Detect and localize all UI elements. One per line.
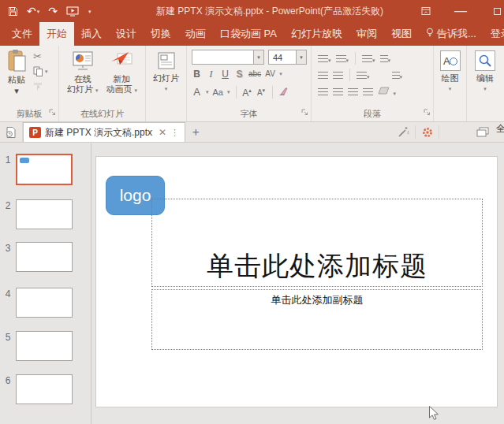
character-spacing-dropdown-icon[interactable]: ▾ [279, 71, 282, 77]
tab-tell-me[interactable]: 告诉我... [419, 22, 483, 46]
align-left-icon[interactable] [318, 84, 328, 99]
cut-button[interactable]: ✂ [33, 50, 42, 62]
mouse-cursor [428, 405, 440, 424]
copy-dropdown-icon[interactable]: ▾ [45, 69, 48, 75]
italic-button[interactable]: I [206, 68, 216, 80]
title-placeholder[interactable]: 单击此处添加标题 [151, 199, 483, 287]
start-slideshow-icon[interactable] [66, 6, 79, 17]
slide-thumbnail-4[interactable]: 4 [0, 288, 73, 318]
sign-in-link[interactable]: 登录 [483, 22, 504, 46]
ribbon: 粘贴 ▾ ✂ ▾ 剪贴板 在线 幻灯片 ▾ [0, 46, 504, 122]
paragraph-row-1: ▾ ▾ ▾ ▾ [318, 51, 390, 65]
decrease-font-size-button[interactable]: A▾ [256, 84, 267, 99]
font-name-combobox[interactable]: ▾ [192, 50, 264, 65]
copy-button[interactable]: ▾ [33, 65, 48, 77]
document-tab-bar: P 新建 PPTX 演示文稿.pptx ✕ ⋮ ＋ 全 [0, 122, 504, 143]
change-case-dropdown-icon[interactable]: ▾ [227, 89, 230, 95]
tab-pocket-animation[interactable]: 口袋动画 PA [213, 22, 284, 46]
font-color-button[interactable]: A [192, 86, 202, 99]
new-slide-button[interactable]: 幻灯片 ▾ [146, 46, 186, 94]
bold-button[interactable]: B [192, 68, 202, 80]
tab-animations[interactable]: 动画 [178, 22, 213, 46]
bullets-icon[interactable]: ▾ [318, 51, 331, 65]
tab-view[interactable]: 视图 [384, 22, 419, 46]
tab-slideshow[interactable]: 幻灯片放映 [284, 22, 349, 46]
magic-wand-icon[interactable] [392, 122, 415, 142]
font-color-dropdown-icon[interactable]: ▾ [206, 89, 209, 95]
font-dialog-launcher-icon[interactable] [301, 105, 308, 119]
thumbnail[interactable] [16, 154, 73, 185]
cascade-windows-icon[interactable] [469, 122, 496, 142]
tab-design[interactable]: 设计 [109, 22, 144, 46]
document-tab-title: 新建 PPTX 演示文稿.pptx [45, 126, 152, 139]
online-slides-group-label: 在线幻灯片 [59, 108, 145, 120]
decrease-indent-icon[interactable] [318, 68, 328, 82]
change-case-button[interactable]: Aa [213, 86, 223, 99]
slide-thumbnail-1[interactable]: 1 [0, 154, 73, 185]
font-size-combobox[interactable]: 44 ▾ [268, 50, 307, 65]
document-tab[interactable]: P 新建 PPTX 演示文稿.pptx ✕ ⋮ [23, 122, 185, 142]
slide-thumbnail-5[interactable]: 5 [0, 331, 73, 361]
tab-review[interactable]: 审阅 [349, 22, 384, 46]
settings-gear-icon[interactable] [416, 122, 439, 142]
clipboard-dialog-launcher-icon[interactable] [49, 105, 56, 119]
smartart-icon[interactable]: ▾ [378, 84, 396, 99]
columns-icon[interactable]: ▾ [357, 68, 370, 82]
tab-file[interactable]: 文件 [5, 22, 39, 46]
justify-icon[interactable] [363, 84, 373, 99]
thumbnail[interactable] [16, 331, 73, 361]
thumbnail[interactable] [16, 242, 73, 272]
redo-icon[interactable]: ↷ [48, 6, 58, 17]
paste-dropdown-icon[interactable]: ▾ [14, 86, 19, 96]
close-tab-icon[interactable]: ✕ [159, 127, 166, 138]
font-size-dropdown-icon[interactable]: ▾ [296, 50, 306, 64]
draw-shapes-icon: A [440, 50, 461, 71]
slide-thumbnail-3[interactable]: 3 [0, 242, 73, 272]
font-size-value: 44 [269, 53, 282, 62]
character-spacing-button[interactable]: AV [265, 68, 275, 80]
increase-indent-icon[interactable] [333, 68, 343, 82]
ribbon-display-options-icon[interactable] [414, 0, 438, 22]
undo-dropdown-icon[interactable]: ▾ [37, 9, 40, 14]
increase-font-size-button[interactable]: A▴ [242, 84, 252, 99]
minimize-button[interactable]: — [449, 0, 472, 22]
thumbnail[interactable] [16, 199, 73, 229]
tab-transitions[interactable]: 切换 [144, 22, 178, 46]
customize-qat-icon[interactable]: ▾ [88, 9, 91, 14]
recent-documents-icon[interactable] [0, 122, 23, 142]
subtitle-placeholder[interactable]: 单击此处添加副标题 [151, 289, 483, 350]
align-right-icon[interactable] [348, 84, 358, 99]
text-shadow-button[interactable]: S [234, 68, 245, 80]
group-clipboard: 粘贴 ▾ ✂ ▾ 剪贴板 [0, 46, 59, 121]
clipboard-small-buttons: ✂ ▾ [33, 50, 48, 92]
tab-home[interactable]: 开始 [39, 22, 74, 46]
title-bar: ↶▾ ↷ ▾ 新建 PPTX 演示文稿.pptx - PowerPoint(产品… [0, 0, 504, 22]
paste-button[interactable]: 粘贴 ▾ [3, 49, 30, 96]
group-online-slides: 在线 幻灯片 ▾ 新加 动画页 ▾ 在线幻灯片 [59, 46, 146, 121]
save-icon[interactable] [8, 6, 18, 17]
underline-button[interactable]: U [220, 68, 230, 80]
text-direction-icon[interactable]: ▾ [380, 51, 391, 65]
tab-menu-icon[interactable]: ⋮ [170, 128, 179, 138]
edit-button[interactable]: 编辑 ▾ [467, 46, 503, 94]
align-center-icon[interactable] [333, 84, 343, 99]
align-text-icon[interactable]: ▾ [392, 68, 403, 82]
font-name-dropdown-icon[interactable]: ▾ [253, 50, 263, 64]
clear-formatting-icon[interactable] [278, 85, 289, 99]
slide-thumbnail-6[interactable]: 6 [0, 374, 73, 404]
thumbnail[interactable] [16, 374, 73, 404]
draw-button[interactable]: A 绘图 ▾ [434, 46, 466, 94]
group-paragraph: ▾ ▾ ▾ ▾ ▾ ▾ ▾ 段落 [312, 46, 434, 121]
paragraph-dialog-launcher-icon[interactable] [424, 105, 431, 119]
tab-insert[interactable]: 插入 [74, 22, 109, 46]
slide-number: 2 [0, 199, 16, 211]
numbering-icon[interactable]: ▾ [336, 51, 349, 65]
thumbnail[interactable] [16, 288, 73, 318]
strikethrough-button[interactable]: abc [248, 68, 261, 80]
maximize-button[interactable] [485, 0, 504, 22]
new-tab-button[interactable]: ＋ [185, 122, 206, 142]
line-spacing-icon[interactable]: ▾ [362, 51, 375, 65]
format-painter-button[interactable] [33, 80, 43, 92]
undo-icon[interactable]: ↶▾ [27, 6, 39, 17]
slide-thumbnail-2[interactable]: 2 [0, 199, 73, 229]
